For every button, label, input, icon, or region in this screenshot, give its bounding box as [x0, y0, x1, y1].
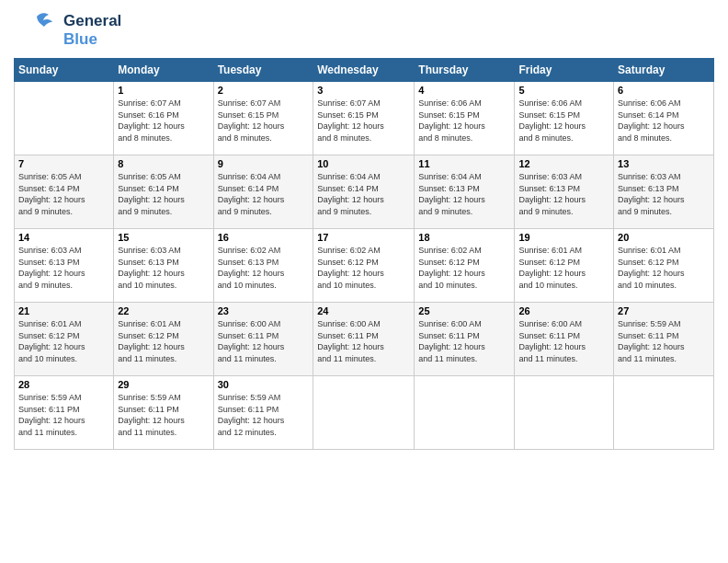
calendar-cell: 20Sunrise: 6:01 AM Sunset: 6:12 PM Dayli…	[614, 229, 714, 303]
day-info: Sunrise: 6:06 AM Sunset: 6:15 PM Dayligh…	[418, 98, 510, 144]
day-info: Sunrise: 6:06 AM Sunset: 6:15 PM Dayligh…	[518, 98, 609, 144]
day-info: Sunrise: 6:00 AM Sunset: 6:11 PM Dayligh…	[317, 318, 410, 364]
day-info: Sunrise: 6:06 AM Sunset: 6:14 PM Dayligh…	[618, 98, 710, 144]
calendar-week-2: 7Sunrise: 6:05 AM Sunset: 6:14 PM Daylig…	[15, 155, 714, 229]
calendar-cell: 5Sunrise: 6:06 AM Sunset: 6:15 PM Daylig…	[515, 82, 614, 155]
day-number: 7	[18, 158, 109, 169]
day-number: 29	[118, 379, 209, 390]
calendar-cell: 23Sunrise: 6:00 AM Sunset: 6:11 PM Dayli…	[213, 303, 313, 376]
calendar-cell: 21Sunrise: 6:01 AM Sunset: 6:12 PM Dayli…	[15, 303, 114, 376]
day-info: Sunrise: 5:59 AM Sunset: 6:11 PM Dayligh…	[618, 318, 710, 364]
day-number: 16	[218, 232, 310, 243]
day-number: 19	[518, 232, 609, 243]
calendar-week-3: 14Sunrise: 6:03 AM Sunset: 6:13 PM Dayli…	[15, 229, 714, 303]
day-number: 6	[618, 85, 710, 96]
calendar-cell: 4Sunrise: 6:06 AM Sunset: 6:15 PM Daylig…	[415, 82, 515, 155]
day-info: Sunrise: 5:59 AM Sunset: 6:11 PM Dayligh…	[118, 392, 209, 438]
calendar-week-1: 1Sunrise: 6:07 AM Sunset: 6:16 PM Daylig…	[15, 82, 714, 155]
weekday-header-sunday: Sunday	[15, 59, 114, 82]
calendar-cell: 14Sunrise: 6:03 AM Sunset: 6:13 PM Dayli…	[15, 229, 114, 303]
day-info: Sunrise: 6:01 AM Sunset: 6:12 PM Dayligh…	[518, 245, 609, 291]
calendar-cell: 11Sunrise: 6:04 AM Sunset: 6:13 PM Dayli…	[415, 155, 515, 229]
day-number: 26	[518, 305, 609, 316]
day-number: 3	[317, 85, 410, 96]
calendar-cell: 3Sunrise: 6:07 AM Sunset: 6:15 PM Daylig…	[313, 82, 415, 155]
day-info: Sunrise: 6:04 AM Sunset: 6:13 PM Dayligh…	[418, 171, 510, 217]
calendar-cell: 17Sunrise: 6:02 AM Sunset: 6:12 PM Dayli…	[313, 229, 415, 303]
day-number: 23	[218, 305, 310, 316]
logo-name: GeneralBlue	[63, 12, 121, 49]
calendar-cell: 22Sunrise: 6:01 AM Sunset: 6:12 PM Dayli…	[114, 303, 213, 376]
calendar-cell: 13Sunrise: 6:03 AM Sunset: 6:13 PM Dayli…	[614, 155, 714, 229]
day-info: Sunrise: 6:04 AM Sunset: 6:14 PM Dayligh…	[218, 171, 310, 217]
day-number: 18	[418, 232, 510, 243]
day-number: 21	[18, 305, 109, 316]
calendar-cell: 24Sunrise: 6:00 AM Sunset: 6:11 PM Dayli…	[313, 303, 415, 376]
calendar-cell: 9Sunrise: 6:04 AM Sunset: 6:14 PM Daylig…	[213, 155, 313, 229]
calendar-week-4: 21Sunrise: 6:01 AM Sunset: 6:12 PM Dayli…	[15, 303, 714, 376]
weekday-header-saturday: Saturday	[614, 59, 714, 82]
calendar-cell: 6Sunrise: 6:06 AM Sunset: 6:14 PM Daylig…	[614, 82, 714, 155]
day-number: 20	[618, 232, 710, 243]
calendar-cell: 8Sunrise: 6:05 AM Sunset: 6:14 PM Daylig…	[114, 155, 213, 229]
calendar-cell	[313, 376, 415, 450]
calendar-cell	[15, 82, 114, 155]
calendar-cell: 16Sunrise: 6:02 AM Sunset: 6:13 PM Dayli…	[213, 229, 313, 303]
day-info: Sunrise: 6:07 AM Sunset: 6:16 PM Dayligh…	[118, 98, 209, 144]
calendar-cell: 30Sunrise: 5:59 AM Sunset: 6:11 PM Dayli…	[213, 376, 313, 450]
day-info: Sunrise: 5:59 AM Sunset: 6:11 PM Dayligh…	[18, 392, 109, 438]
day-info: Sunrise: 6:03 AM Sunset: 6:13 PM Dayligh…	[118, 245, 209, 291]
day-number: 25	[418, 305, 510, 316]
day-info: Sunrise: 6:02 AM Sunset: 6:12 PM Dayligh…	[418, 245, 510, 291]
day-info: Sunrise: 6:07 AM Sunset: 6:15 PM Dayligh…	[317, 98, 410, 144]
day-number: 14	[18, 232, 109, 243]
calendar-cell: 1Sunrise: 6:07 AM Sunset: 6:16 PM Daylig…	[114, 82, 213, 155]
calendar-table: SundayMondayTuesdayWednesdayThursdayFrid…	[14, 58, 714, 450]
calendar-cell: 27Sunrise: 5:59 AM Sunset: 6:11 PM Dayli…	[614, 303, 714, 376]
weekday-header-friday: Friday	[515, 59, 614, 82]
calendar-cell: 12Sunrise: 6:03 AM Sunset: 6:13 PM Dayli…	[515, 155, 614, 229]
calendar-cell	[515, 376, 614, 450]
day-number: 10	[317, 158, 410, 169]
day-number: 1	[118, 85, 209, 96]
calendar-cell: 10Sunrise: 6:04 AM Sunset: 6:14 PM Dayli…	[313, 155, 415, 229]
day-info: Sunrise: 6:03 AM Sunset: 6:13 PM Dayligh…	[18, 245, 109, 291]
day-info: Sunrise: 6:00 AM Sunset: 6:11 PM Dayligh…	[518, 318, 609, 364]
day-info: Sunrise: 6:01 AM Sunset: 6:12 PM Dayligh…	[618, 245, 710, 291]
calendar-cell	[614, 376, 714, 450]
day-info: Sunrise: 6:04 AM Sunset: 6:14 PM Dayligh…	[317, 171, 410, 217]
day-number: 24	[317, 305, 410, 316]
calendar-cell: 15Sunrise: 6:03 AM Sunset: 6:13 PM Dayli…	[114, 229, 213, 303]
day-info: Sunrise: 6:02 AM Sunset: 6:12 PM Dayligh…	[317, 245, 410, 291]
logo-bird-icon	[14, 9, 60, 51]
day-info: Sunrise: 6:00 AM Sunset: 6:11 PM Dayligh…	[218, 318, 310, 364]
day-info: Sunrise: 6:02 AM Sunset: 6:13 PM Dayligh…	[218, 245, 310, 291]
calendar-cell: 25Sunrise: 6:00 AM Sunset: 6:11 PM Dayli…	[415, 303, 515, 376]
day-number: 12	[518, 158, 609, 169]
day-info: Sunrise: 6:07 AM Sunset: 6:15 PM Dayligh…	[218, 98, 310, 144]
day-info: Sunrise: 6:03 AM Sunset: 6:13 PM Dayligh…	[518, 171, 609, 217]
day-info: Sunrise: 6:00 AM Sunset: 6:11 PM Dayligh…	[418, 318, 510, 364]
calendar-cell: 19Sunrise: 6:01 AM Sunset: 6:12 PM Dayli…	[515, 229, 614, 303]
day-number: 9	[218, 158, 310, 169]
day-number: 4	[418, 85, 510, 96]
calendar-cell: 18Sunrise: 6:02 AM Sunset: 6:12 PM Dayli…	[415, 229, 515, 303]
weekday-header-monday: Monday	[114, 59, 213, 82]
day-info: Sunrise: 6:05 AM Sunset: 6:14 PM Dayligh…	[18, 171, 109, 217]
day-number: 22	[118, 305, 209, 316]
day-number: 5	[518, 85, 609, 96]
day-number: 17	[317, 232, 410, 243]
day-number: 15	[118, 232, 209, 243]
weekday-header-tuesday: Tuesday	[213, 59, 313, 82]
day-info: Sunrise: 6:05 AM Sunset: 6:14 PM Dayligh…	[118, 171, 209, 217]
calendar-cell: 28Sunrise: 5:59 AM Sunset: 6:11 PM Dayli…	[15, 376, 114, 450]
day-info: Sunrise: 5:59 AM Sunset: 6:11 PM Dayligh…	[218, 392, 310, 438]
day-info: Sunrise: 6:01 AM Sunset: 6:12 PM Dayligh…	[18, 318, 109, 364]
logo: GeneralBlue	[14, 9, 121, 51]
calendar-cell: 26Sunrise: 6:00 AM Sunset: 6:11 PM Dayli…	[515, 303, 614, 376]
calendar-cell: 29Sunrise: 5:59 AM Sunset: 6:11 PM Dayli…	[114, 376, 213, 450]
page: GeneralBlue SundayMondayTuesdayWednesday…	[0, 0, 728, 563]
day-number: 28	[18, 379, 109, 390]
weekday-header-wednesday: Wednesday	[313, 59, 415, 82]
day-info: Sunrise: 6:03 AM Sunset: 6:13 PM Dayligh…	[618, 171, 710, 217]
